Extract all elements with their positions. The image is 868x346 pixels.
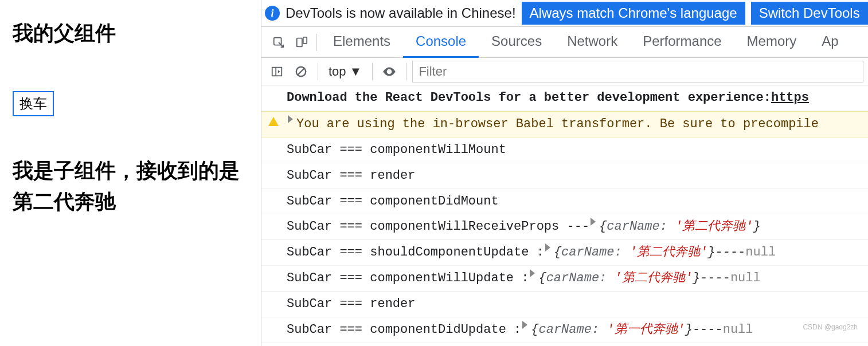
- log-line: SubCar === shouldComponentUpdate : {carN…: [261, 240, 868, 266]
- infobar-text: DevTools is now available in Chinese!: [286, 5, 516, 21]
- svg-rect-3: [272, 67, 282, 76]
- separator: [318, 63, 318, 80]
- expand-icon[interactable]: [522, 321, 527, 329]
- swap-car-button[interactable]: 换车: [13, 91, 54, 116]
- switch-devtools-button[interactable]: Switch DevTools: [751, 2, 868, 25]
- tab-elements[interactable]: Elements: [320, 27, 403, 58]
- device-toolbar-icon[interactable]: [290, 32, 313, 53]
- info-icon: i: [265, 6, 280, 21]
- tab-performance[interactable]: Performance: [630, 27, 734, 58]
- separator: [316, 34, 317, 51]
- svg-line-7: [298, 68, 304, 74]
- clear-console-icon[interactable]: [290, 61, 312, 82]
- app-preview-pane: 我的父组件 换车 我是子组件，接收到的是第二代奔驰: [0, 0, 261, 346]
- console-log-body: Download the React DevTools for a better…: [261, 85, 868, 346]
- log-line: SubCar === render: [261, 292, 868, 317]
- watermark: CSDN @gaog2zh: [803, 323, 858, 331]
- log-line: SubCar === componentWillUpdate : {carNam…: [261, 266, 868, 292]
- tab-console[interactable]: Console: [403, 27, 479, 58]
- devtools-tabs: Elements Console Sources Network Perform…: [261, 27, 868, 58]
- log-download-react-devtools: Download the React DevTools for a better…: [261, 85, 868, 111]
- console-prompt[interactable]: >: [261, 343, 868, 346]
- live-expression-eye-icon[interactable]: [378, 61, 400, 82]
- svg-point-8: [388, 70, 390, 72]
- always-match-language-button[interactable]: Always match Chrome's language: [522, 2, 745, 25]
- svg-rect-2: [303, 37, 307, 43]
- dropdown-icon: ▼: [350, 64, 362, 79]
- log-line: SubCar === render: [261, 163, 868, 189]
- context-selector[interactable]: top ▼: [324, 64, 366, 79]
- devtools-infobar: i DevTools is now available in Chinese! …: [261, 0, 868, 27]
- expand-icon[interactable]: [591, 218, 596, 226]
- expand-icon[interactable]: [288, 115, 293, 123]
- context-label: top: [329, 64, 346, 79]
- log-babel-warning: You are using the in-browser Babel trans…: [261, 111, 868, 137]
- log-line: SubCar === componentDidMount: [261, 189, 868, 215]
- tab-memory[interactable]: Memory: [734, 27, 810, 58]
- svg-marker-5: [278, 70, 280, 73]
- download-link[interactable]: https: [771, 89, 809, 107]
- parent-title: 我的父组件: [13, 19, 248, 48]
- log-line: SubCar === componentWillMount: [261, 137, 868, 163]
- svg-rect-1: [297, 38, 302, 46]
- separator: [406, 63, 406, 80]
- tab-network[interactable]: Network: [554, 27, 630, 58]
- tab-application[interactable]: Ap: [809, 27, 851, 58]
- devtools-panel: i DevTools is now available in Chinese! …: [261, 0, 868, 346]
- log-line: SubCar === componentDidUpdate : {carName…: [261, 317, 868, 343]
- warning-icon: [268, 117, 279, 126]
- filter-input[interactable]: [412, 61, 863, 82]
- expand-icon[interactable]: [545, 243, 550, 251]
- inspect-element-icon[interactable]: [267, 32, 290, 53]
- tab-sources[interactable]: Sources: [479, 27, 554, 58]
- separator: [372, 63, 373, 80]
- console-toolbar: top ▼: [261, 58, 868, 85]
- console-sidebar-toggle-icon[interactable]: [266, 61, 288, 82]
- child-component-text: 我是子组件，接收到的是第二代奔驰: [13, 155, 248, 217]
- log-line: SubCar === componentWillReceiveProps ---…: [261, 214, 868, 240]
- expand-icon[interactable]: [530, 269, 535, 277]
